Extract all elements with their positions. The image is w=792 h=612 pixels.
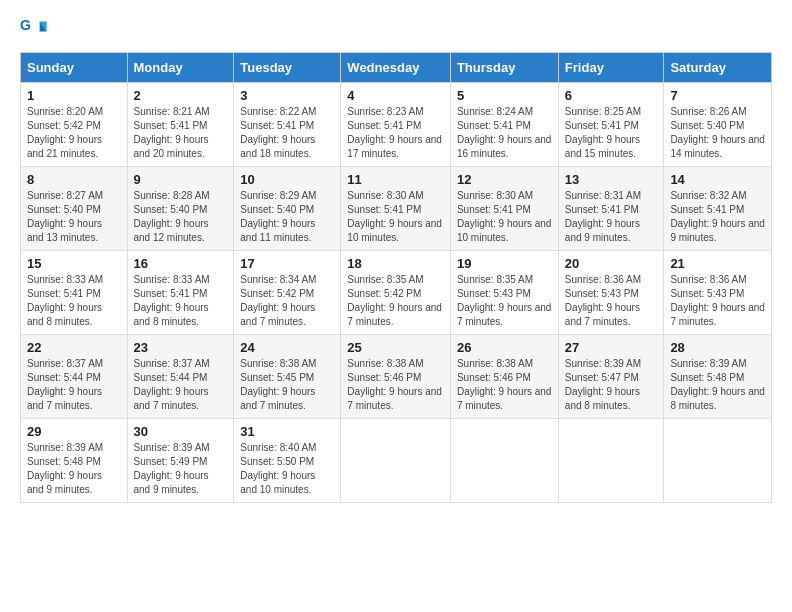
day-number: 29 [27, 424, 121, 439]
day-info: Sunrise: 8:39 AMSunset: 5:48 PMDaylight:… [27, 441, 121, 497]
day-number: 12 [457, 172, 552, 187]
calendar-cell [664, 419, 772, 503]
calendar-cell: 4Sunrise: 8:23 AMSunset: 5:41 PMDaylight… [341, 83, 451, 167]
day-info: Sunrise: 8:39 AMSunset: 5:49 PMDaylight:… [134, 441, 228, 497]
day-number: 13 [565, 172, 658, 187]
day-number: 16 [134, 256, 228, 271]
day-number: 10 [240, 172, 334, 187]
day-info: Sunrise: 8:23 AMSunset: 5:41 PMDaylight:… [347, 105, 444, 161]
calendar-cell: 26Sunrise: 8:38 AMSunset: 5:46 PMDayligh… [450, 335, 558, 419]
calendar-cell: 11Sunrise: 8:30 AMSunset: 5:41 PMDayligh… [341, 167, 451, 251]
calendar-week-row: 22Sunrise: 8:37 AMSunset: 5:44 PMDayligh… [21, 335, 772, 419]
calendar-cell: 1Sunrise: 8:20 AMSunset: 5:42 PMDaylight… [21, 83, 128, 167]
day-info: Sunrise: 8:26 AMSunset: 5:40 PMDaylight:… [670, 105, 765, 161]
day-number: 14 [670, 172, 765, 187]
logo: G [20, 16, 52, 44]
calendar-cell: 17Sunrise: 8:34 AMSunset: 5:42 PMDayligh… [234, 251, 341, 335]
calendar-cell: 29Sunrise: 8:39 AMSunset: 5:48 PMDayligh… [21, 419, 128, 503]
calendar-cell: 20Sunrise: 8:36 AMSunset: 5:43 PMDayligh… [558, 251, 664, 335]
calendar-cell: 23Sunrise: 8:37 AMSunset: 5:44 PMDayligh… [127, 335, 234, 419]
day-number: 26 [457, 340, 552, 355]
calendar-cell: 18Sunrise: 8:35 AMSunset: 5:42 PMDayligh… [341, 251, 451, 335]
calendar-week-row: 8Sunrise: 8:27 AMSunset: 5:40 PMDaylight… [21, 167, 772, 251]
day-number: 21 [670, 256, 765, 271]
header-wednesday: Wednesday [341, 53, 451, 83]
header-thursday: Thursday [450, 53, 558, 83]
calendar-cell: 3Sunrise: 8:22 AMSunset: 5:41 PMDaylight… [234, 83, 341, 167]
day-number: 8 [27, 172, 121, 187]
day-number: 9 [134, 172, 228, 187]
calendar-cell: 31Sunrise: 8:40 AMSunset: 5:50 PMDayligh… [234, 419, 341, 503]
header-friday: Friday [558, 53, 664, 83]
day-info: Sunrise: 8:37 AMSunset: 5:44 PMDaylight:… [134, 357, 228, 413]
day-number: 15 [27, 256, 121, 271]
day-number: 24 [240, 340, 334, 355]
day-number: 3 [240, 88, 334, 103]
page-header: G [20, 16, 772, 44]
calendar-table: SundayMondayTuesdayWednesdayThursdayFrid… [20, 52, 772, 503]
day-info: Sunrise: 8:37 AMSunset: 5:44 PMDaylight:… [27, 357, 121, 413]
calendar-cell [558, 419, 664, 503]
calendar-cell: 12Sunrise: 8:30 AMSunset: 5:41 PMDayligh… [450, 167, 558, 251]
calendar-cell: 30Sunrise: 8:39 AMSunset: 5:49 PMDayligh… [127, 419, 234, 503]
calendar-week-row: 29Sunrise: 8:39 AMSunset: 5:48 PMDayligh… [21, 419, 772, 503]
calendar-cell: 21Sunrise: 8:36 AMSunset: 5:43 PMDayligh… [664, 251, 772, 335]
day-number: 18 [347, 256, 444, 271]
day-info: Sunrise: 8:38 AMSunset: 5:46 PMDaylight:… [457, 357, 552, 413]
day-info: Sunrise: 8:29 AMSunset: 5:40 PMDaylight:… [240, 189, 334, 245]
day-number: 17 [240, 256, 334, 271]
svg-text:G: G [20, 17, 31, 33]
day-number: 23 [134, 340, 228, 355]
day-number: 20 [565, 256, 658, 271]
day-info: Sunrise: 8:35 AMSunset: 5:42 PMDaylight:… [347, 273, 444, 329]
day-number: 1 [27, 88, 121, 103]
calendar-week-row: 1Sunrise: 8:20 AMSunset: 5:42 PMDaylight… [21, 83, 772, 167]
day-info: Sunrise: 8:40 AMSunset: 5:50 PMDaylight:… [240, 441, 334, 497]
calendar-cell: 10Sunrise: 8:29 AMSunset: 5:40 PMDayligh… [234, 167, 341, 251]
day-number: 22 [27, 340, 121, 355]
calendar-cell: 9Sunrise: 8:28 AMSunset: 5:40 PMDaylight… [127, 167, 234, 251]
day-info: Sunrise: 8:22 AMSunset: 5:41 PMDaylight:… [240, 105, 334, 161]
day-info: Sunrise: 8:36 AMSunset: 5:43 PMDaylight:… [565, 273, 658, 329]
day-info: Sunrise: 8:25 AMSunset: 5:41 PMDaylight:… [565, 105, 658, 161]
calendar-cell: 25Sunrise: 8:38 AMSunset: 5:46 PMDayligh… [341, 335, 451, 419]
calendar-cell: 16Sunrise: 8:33 AMSunset: 5:41 PMDayligh… [127, 251, 234, 335]
day-info: Sunrise: 8:38 AMSunset: 5:45 PMDaylight:… [240, 357, 334, 413]
calendar-cell: 27Sunrise: 8:39 AMSunset: 5:47 PMDayligh… [558, 335, 664, 419]
day-info: Sunrise: 8:33 AMSunset: 5:41 PMDaylight:… [134, 273, 228, 329]
day-info: Sunrise: 8:33 AMSunset: 5:41 PMDaylight:… [27, 273, 121, 329]
calendar-cell: 24Sunrise: 8:38 AMSunset: 5:45 PMDayligh… [234, 335, 341, 419]
calendar-cell: 13Sunrise: 8:31 AMSunset: 5:41 PMDayligh… [558, 167, 664, 251]
day-info: Sunrise: 8:39 AMSunset: 5:47 PMDaylight:… [565, 357, 658, 413]
day-info: Sunrise: 8:39 AMSunset: 5:48 PMDaylight:… [670, 357, 765, 413]
calendar-cell [341, 419, 451, 503]
calendar-cell [450, 419, 558, 503]
calendar-cell: 15Sunrise: 8:33 AMSunset: 5:41 PMDayligh… [21, 251, 128, 335]
calendar-week-row: 15Sunrise: 8:33 AMSunset: 5:41 PMDayligh… [21, 251, 772, 335]
day-info: Sunrise: 8:28 AMSunset: 5:40 PMDaylight:… [134, 189, 228, 245]
day-number: 7 [670, 88, 765, 103]
calendar-cell: 28Sunrise: 8:39 AMSunset: 5:48 PMDayligh… [664, 335, 772, 419]
calendar-cell: 6Sunrise: 8:25 AMSunset: 5:41 PMDaylight… [558, 83, 664, 167]
calendar-cell: 14Sunrise: 8:32 AMSunset: 5:41 PMDayligh… [664, 167, 772, 251]
calendar-cell: 2Sunrise: 8:21 AMSunset: 5:41 PMDaylight… [127, 83, 234, 167]
day-info: Sunrise: 8:20 AMSunset: 5:42 PMDaylight:… [27, 105, 121, 161]
day-info: Sunrise: 8:35 AMSunset: 5:43 PMDaylight:… [457, 273, 552, 329]
day-info: Sunrise: 8:30 AMSunset: 5:41 PMDaylight:… [347, 189, 444, 245]
header-sunday: Sunday [21, 53, 128, 83]
day-info: Sunrise: 8:32 AMSunset: 5:41 PMDaylight:… [670, 189, 765, 245]
day-info: Sunrise: 8:38 AMSunset: 5:46 PMDaylight:… [347, 357, 444, 413]
day-info: Sunrise: 8:31 AMSunset: 5:41 PMDaylight:… [565, 189, 658, 245]
day-number: 19 [457, 256, 552, 271]
header-monday: Monday [127, 53, 234, 83]
day-info: Sunrise: 8:30 AMSunset: 5:41 PMDaylight:… [457, 189, 552, 245]
day-info: Sunrise: 8:36 AMSunset: 5:43 PMDaylight:… [670, 273, 765, 329]
day-info: Sunrise: 8:24 AMSunset: 5:41 PMDaylight:… [457, 105, 552, 161]
day-info: Sunrise: 8:34 AMSunset: 5:42 PMDaylight:… [240, 273, 334, 329]
day-number: 28 [670, 340, 765, 355]
day-number: 5 [457, 88, 552, 103]
header-tuesday: Tuesday [234, 53, 341, 83]
day-info: Sunrise: 8:21 AMSunset: 5:41 PMDaylight:… [134, 105, 228, 161]
day-number: 6 [565, 88, 658, 103]
calendar-cell: 7Sunrise: 8:26 AMSunset: 5:40 PMDaylight… [664, 83, 772, 167]
